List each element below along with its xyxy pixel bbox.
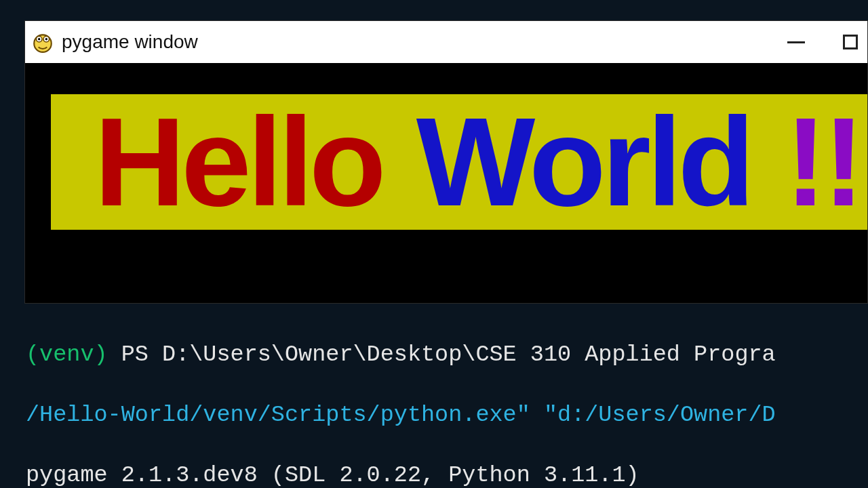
banner-word-hello: Hello	[94, 99, 382, 225]
hello-world-banner: Hello World !!	[51, 94, 867, 230]
terminal-line-pygame: pygame 2.1.3.dev8 (SDL 2.0.22, Python 3.…	[26, 460, 868, 488]
pygame-canvas: Hello World !!	[25, 63, 867, 303]
pygame-snake-icon	[31, 30, 55, 54]
minimize-button[interactable]	[785, 30, 808, 54]
terminal-line-prompt: (venv) PS D:\Users\Owner\Desktop\CSE 310…	[26, 340, 868, 370]
terminal[interactable]: (venv) PS D:\Users\Owner\Desktop\CSE 310…	[26, 309, 868, 488]
window-title: pygame window	[62, 31, 778, 53]
titlebar[interactable]: pygame window	[25, 21, 867, 63]
svg-point-4	[45, 38, 47, 40]
banner-bangs: !!	[785, 99, 861, 225]
pygame-window: pygame window Hello World !!	[24, 20, 868, 304]
window-controls	[785, 30, 862, 54]
banner-word-world: World	[416, 99, 751, 225]
terminal-line-path: /Hello-World/venv/Scripts/python.exe" "d…	[26, 400, 868, 430]
svg-point-3	[38, 38, 40, 40]
maximize-button[interactable]	[839, 30, 862, 54]
